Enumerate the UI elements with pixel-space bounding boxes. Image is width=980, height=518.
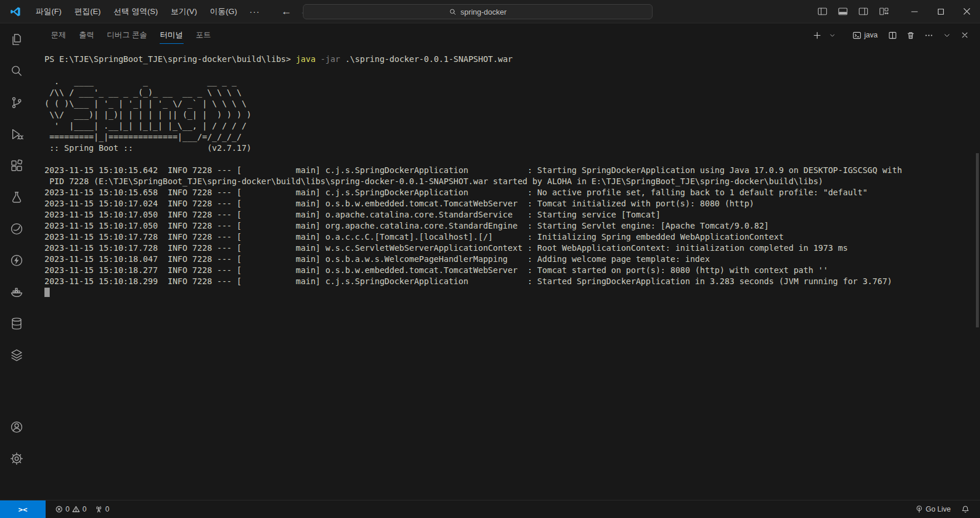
split-terminal-icon bbox=[888, 31, 897, 40]
radio-tower-icon bbox=[95, 505, 103, 513]
title-bar: 파일(F) 편집(E) 선택 영역(S) 보기(V) 이동(G) ··· ← →… bbox=[0, 0, 980, 23]
activity-docker[interactable] bbox=[9, 284, 24, 299]
error-count: 0 bbox=[65, 505, 70, 513]
command-center-search[interactable]: spring-docker bbox=[303, 4, 653, 19]
explorer-icon bbox=[9, 32, 24, 47]
minimize-button[interactable] bbox=[901, 0, 927, 23]
maximize-button[interactable] bbox=[927, 0, 954, 23]
terminal-list-item-java[interactable]: java bbox=[849, 28, 881, 42]
remote-icon: >< bbox=[18, 505, 27, 514]
kill-terminal-button[interactable] bbox=[903, 28, 917, 42]
panel-header: 문제 출력 디버그 콘솔 터미널 포트 java bbox=[33, 23, 980, 47]
new-terminal-button[interactable] bbox=[810, 28, 824, 42]
chevron-down-icon bbox=[829, 32, 836, 39]
minimize-icon bbox=[911, 8, 918, 15]
testing-flask-icon bbox=[9, 190, 24, 205]
terminal-scrollbar[interactable] bbox=[976, 153, 979, 327]
tab-problems[interactable]: 문제 bbox=[44, 23, 73, 47]
thunder-client-icon bbox=[9, 253, 24, 268]
prompt-command: java bbox=[296, 54, 316, 64]
back-arrow-icon[interactable]: ← bbox=[281, 5, 292, 18]
menu-overflow[interactable]: ··· bbox=[244, 6, 266, 16]
terminal-cursor-line bbox=[44, 287, 980, 298]
terminal-cursor bbox=[44, 288, 50, 297]
prompt-path: PS E:\TJE\SpringBoot_TJE\spring-docker\b… bbox=[44, 54, 296, 64]
vscode-logo-icon bbox=[8, 5, 22, 19]
statusbar-right: Go Live bbox=[912, 505, 980, 513]
extensions-icon bbox=[9, 158, 24, 173]
chevron-down-icon bbox=[943, 32, 951, 39]
tab-ports[interactable]: 포트 bbox=[189, 23, 218, 47]
terminal-name: java bbox=[864, 31, 878, 39]
activity-search[interactable] bbox=[9, 63, 24, 78]
toggle-panel-icon[interactable] bbox=[837, 6, 848, 17]
search-icon bbox=[449, 8, 457, 16]
status-bar: >< 0 0 0 Go Live bbox=[0, 500, 980, 518]
notifications-button[interactable] bbox=[958, 505, 973, 513]
statusbar-left: 0 0 0 bbox=[51, 505, 113, 513]
activity-run-debug[interactable] bbox=[9, 126, 24, 141]
menu-file[interactable]: 파일(F) bbox=[29, 4, 68, 20]
toggle-secondary-sidebar-icon[interactable] bbox=[858, 6, 869, 17]
prompt-argument: .\spring-docker-0.0.1-SNAPSHOT.war bbox=[340, 54, 513, 64]
application-log: 2023-11-15 15:10:15.642 INFO 7228 --- [ … bbox=[44, 165, 980, 287]
menu-view[interactable]: 보기(V) bbox=[164, 4, 203, 20]
go-live-label: Go Live bbox=[926, 505, 951, 513]
go-live-button[interactable]: Go Live bbox=[912, 505, 954, 513]
activity-bar-bottom bbox=[9, 419, 24, 500]
ellipsis-icon bbox=[924, 31, 933, 40]
problems-indicator[interactable]: 0 0 bbox=[51, 505, 90, 513]
spring-boot-banner: . ____ _ __ _ _ /\\ / ___'_ __ _ _(_)_ _… bbox=[44, 65, 980, 154]
menu-selection[interactable]: 선택 영역(S) bbox=[107, 4, 164, 20]
close-panel-button[interactable] bbox=[958, 28, 972, 42]
panel-actions: java bbox=[810, 28, 980, 42]
activity-database[interactable] bbox=[9, 316, 24, 331]
account-button[interactable] bbox=[9, 419, 24, 434]
bell-icon bbox=[961, 505, 969, 513]
ports-count: 0 bbox=[105, 505, 109, 513]
activity-extensions[interactable] bbox=[9, 158, 24, 173]
tab-terminal[interactable]: 터미널 bbox=[154, 23, 189, 47]
activity-source-control[interactable] bbox=[9, 95, 24, 110]
close-icon bbox=[963, 8, 971, 15]
account-icon bbox=[9, 420, 24, 434]
search-value: spring-docker bbox=[461, 8, 507, 16]
activity-layers[interactable] bbox=[9, 347, 24, 362]
menu-go[interactable]: 이동(G) bbox=[203, 4, 244, 20]
warning-count: 0 bbox=[82, 505, 87, 513]
activity-spring-dashboard[interactable] bbox=[9, 221, 24, 236]
ports-indicator[interactable]: 0 bbox=[91, 505, 113, 513]
activity-testing[interactable] bbox=[9, 189, 24, 205]
tab-output[interactable]: 출력 bbox=[73, 23, 101, 47]
remote-indicator[interactable]: >< bbox=[0, 500, 46, 518]
customize-layout-icon[interactable] bbox=[878, 6, 889, 17]
spring-boot-dashboard-icon bbox=[9, 222, 24, 236]
close-icon bbox=[961, 31, 969, 39]
vscode-window: 파일(F) 편집(E) 선택 영역(S) 보기(V) 이동(G) ··· ← →… bbox=[0, 0, 980, 518]
split-terminal-button[interactable] bbox=[885, 28, 899, 42]
settings-button[interactable] bbox=[9, 451, 24, 466]
maximize-panel-button[interactable] bbox=[940, 28, 954, 42]
warning-icon bbox=[72, 505, 80, 513]
terminal-output[interactable]: PS E:\TJE\SpringBoot_TJE\spring-docker\b… bbox=[33, 47, 980, 500]
trash-icon bbox=[906, 31, 915, 40]
activity-thunder-client[interactable] bbox=[9, 253, 24, 268]
panel-tabs: 문제 출력 디버그 콘솔 터미널 포트 bbox=[44, 23, 218, 47]
toggle-primary-sidebar-icon[interactable] bbox=[817, 6, 828, 17]
new-terminal-icon bbox=[813, 31, 822, 40]
activity-bar bbox=[0, 23, 33, 500]
titlebar-right bbox=[805, 0, 980, 23]
more-actions-button[interactable] bbox=[922, 28, 936, 42]
activity-explorer[interactable] bbox=[9, 32, 24, 47]
close-window-button[interactable] bbox=[954, 0, 980, 23]
terminal-icon bbox=[853, 31, 861, 40]
search-icon bbox=[9, 64, 24, 78]
menu-edit[interactable]: 편집(E) bbox=[68, 4, 107, 20]
terminal-prompt-line: PS E:\TJE\SpringBoot_TJE\spring-docker\b… bbox=[44, 54, 980, 65]
maximize-icon bbox=[937, 8, 944, 15]
layers-icon bbox=[9, 348, 24, 362]
tab-debug-console[interactable]: 디버그 콘솔 bbox=[101, 23, 154, 47]
launch-profile-button[interactable] bbox=[828, 28, 836, 42]
database-icon bbox=[9, 316, 24, 331]
prompt-flag: -jar bbox=[316, 54, 340, 64]
